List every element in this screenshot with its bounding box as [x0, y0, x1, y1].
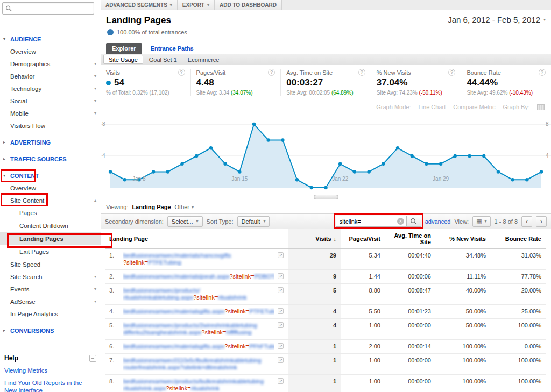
- landing-pages-table: Landing PageVisits↓Pages/VisitAvg. Time …: [105, 229, 546, 392]
- landing-page-link[interactable]: bedfusionexamwec/products/bulkrealshrink…: [123, 378, 274, 392]
- graph-by-label: Graph By:: [503, 104, 529, 110]
- compare-metric-link[interactable]: Compare Metric: [453, 104, 495, 110]
- column-header-bounce-rate[interactable]: Bounce Rate: [490, 229, 546, 249]
- open-in-new-icon[interactable]: ↗: [278, 378, 284, 384]
- sidebar-item-label: Technology: [10, 85, 94, 92]
- column-header-label: % New Visits: [449, 236, 486, 242]
- tab-explorer[interactable]: Explorer: [106, 43, 142, 54]
- toolbar-button-advanced-segments[interactable]: ADVANCED SEGMENTS▾: [101, 0, 178, 10]
- help-icon[interactable]: ?: [539, 69, 546, 76]
- sidebar-item-landing-pages[interactable]: Landing Pages: [0, 232, 101, 245]
- chart-scroll-handle[interactable]: [314, 195, 338, 199]
- toolbar-button-label: ADD TO DASHBOARD: [220, 2, 277, 8]
- sort-type-label: Sort Type:: [207, 218, 234, 225]
- avg-time-cell: 00:04:40: [385, 249, 435, 270]
- landing-page-link[interactable]: bedfusionexamwec/materials/nancovgifts?s…: [123, 252, 274, 266]
- view-selector[interactable]: ▦ ▾: [472, 216, 490, 227]
- subtab-site-usage[interactable]: Site Usage: [103, 55, 143, 64]
- graph-mode-value[interactable]: Line Chart: [418, 104, 446, 110]
- help-link-old-reports[interactable]: Find Your Old Reports in the New Interfa…: [4, 379, 88, 392]
- sidebar-item-content-drilldown[interactable]: Content Drilldown: [0, 219, 101, 232]
- open-in-new-icon[interactable]: ↗: [278, 308, 284, 314]
- sidebar-item-mobile[interactable]: Mobile▾: [0, 107, 101, 119]
- sidebar-search-input[interactable]: [15, 5, 91, 12]
- clear-filter-icon[interactable]: ×: [397, 218, 404, 225]
- blurred-url-text: bedfusionexamwec0110x5cfbulkrealshrinkab…: [123, 357, 262, 364]
- sidebar-item-site-content[interactable]: Site Content▴: [0, 194, 101, 206]
- collapse-icon[interactable]: −: [89, 355, 96, 362]
- graph-by-day-icon[interactable]: [537, 104, 545, 110]
- search-match-text: ?sitelink=: [201, 329, 226, 336]
- landing-page-link[interactable]: bedfusionexamwec/materialsgifts.aspx?sit…: [123, 343, 274, 350]
- sidebar-item-overview[interactable]: Overview: [0, 182, 101, 194]
- sidebar-section-traffic-sources[interactable]: ▸TRAFFIC SOURCES: [0, 153, 101, 165]
- help-icon[interactable]: ?: [178, 69, 185, 76]
- column-header-landing-page[interactable]: Landing Page: [105, 229, 288, 249]
- sidebar-section-content[interactable]: ▾CONTENT: [0, 169, 101, 182]
- search-match-text: ?sitelink=: [123, 259, 148, 266]
- sidebar-item-overview[interactable]: Overview: [0, 45, 101, 58]
- viewing-primary-dimension[interactable]: Landing Page: [132, 204, 171, 210]
- landing-page-link[interactable]: bedfusionexamwec/materialsijoeah.aspx?si…: [123, 273, 274, 280]
- help-icon[interactable]: ?: [358, 69, 365, 76]
- sidebar-item-social[interactable]: Social▾: [0, 95, 101, 107]
- landing-page-link[interactable]: bedfusionexamwec0110x5cfbulkrealshrinkab…: [123, 357, 274, 371]
- sidebar-section-label: ADVERTISING: [10, 139, 51, 146]
- toolbar-button-export[interactable]: EXPORT▾: [178, 0, 215, 10]
- open-in-new-icon[interactable]: ↗: [278, 322, 284, 328]
- sidebar-section-advertising[interactable]: ▸ADVERTISING: [0, 136, 101, 148]
- subtab-goal-set-1[interactable]: Goal Set 1: [144, 55, 182, 64]
- advanced-filter-link[interactable]: advanced: [425, 218, 451, 225]
- sidebar-search[interactable]: [2, 2, 94, 15]
- open-in-new-icon[interactable]: ↗: [278, 357, 284, 363]
- landing-page-link[interactable]: bedfusionexamwec/products/2wireshrinkabl…: [123, 322, 274, 336]
- next-page-button[interactable]: ›: [536, 216, 547, 227]
- svg-text:Jan 8: Jan 8: [132, 176, 146, 182]
- sidebar-item-in-page-analytics[interactable]: In-Page Analytics: [0, 308, 101, 320]
- tab-entrance-paths[interactable]: Entrance Paths: [151, 45, 194, 54]
- toolbar-button-add-to-dashboard[interactable]: ADD TO DASHBOARD: [215, 0, 282, 10]
- landing-page-link[interactable]: bedfusionexamwec/products/ritualshrinkab…: [123, 287, 274, 301]
- column-header-new-visits[interactable]: % New Visits: [435, 229, 490, 249]
- sidebar-item-label: Site Content: [10, 197, 94, 204]
- date-range-selector[interactable]: Jan 6, 2012 - Feb 5, 2012 ▾: [448, 15, 546, 24]
- sidebar-item-pages[interactable]: Pages: [0, 206, 101, 219]
- sidebar-item-exit-pages[interactable]: Exit Pages: [0, 245, 101, 258]
- column-header-visits[interactable]: Visits↓: [288, 229, 341, 249]
- visits-cell: 4: [288, 305, 341, 319]
- secondary-dimension-select[interactable]: Select... ▾: [167, 216, 203, 227]
- sidebar-item-technology[interactable]: Technology▾: [0, 82, 101, 95]
- column-header-pages-visit[interactable]: Pages/Visit: [341, 229, 385, 249]
- help-link-viewing-metrics[interactable]: Viewing Metrics: [4, 367, 88, 374]
- open-in-new-icon[interactable]: ↗: [278, 273, 284, 279]
- sidebar-item-events[interactable]: Events▾: [0, 283, 101, 295]
- sidebar-section-audience[interactable]: ▾AUDIENCE: [0, 33, 101, 45]
- landing-page-link[interactable]: bedfusionexamwec/materialsgifts.aspx?sit…: [123, 308, 274, 315]
- open-in-new-icon[interactable]: ↗: [278, 252, 284, 258]
- open-in-new-icon[interactable]: ↗: [278, 287, 284, 293]
- sidebar-item-visitors-flow[interactable]: Visitors Flow: [0, 119, 101, 132]
- entrances-summary: 100.00% of total entrances: [101, 26, 551, 35]
- sidebar-section-conversions[interactable]: ▸CONVERSIONS: [0, 324, 101, 337]
- sidebar-item-site-search[interactable]: Site Search▾: [0, 270, 101, 283]
- row-index: 6.: [105, 340, 119, 354]
- open-in-new-icon[interactable]: ↗: [278, 343, 284, 349]
- help-icon[interactable]: ?: [268, 69, 275, 76]
- help-icon[interactable]: ?: [448, 69, 455, 76]
- search-match-text: ?sitelink=: [224, 308, 249, 315]
- prev-page-button[interactable]: ‹: [521, 216, 532, 227]
- subtab-ecommerce[interactable]: Ecommerce: [183, 55, 224, 64]
- report-tabs: Explorer Entrance Paths: [101, 35, 551, 54]
- sidebar-item-adsense[interactable]: AdSense▾: [0, 295, 101, 308]
- sort-type-select[interactable]: Default ▾: [237, 216, 270, 227]
- sidebar-item-site-speed[interactable]: Site Speed: [0, 258, 101, 270]
- chevron-up-icon: ▴: [94, 198, 96, 203]
- arrow-right-icon: ▸: [3, 156, 9, 161]
- sidebar-item-demographics[interactable]: Demographics▾: [0, 58, 101, 70]
- table-search-button[interactable]: [407, 216, 421, 227]
- sidebar-item-behavior[interactable]: Behavior▾: [0, 70, 101, 82]
- viewing-other-dropdown[interactable]: Other ▾: [175, 204, 194, 210]
- main-content: ADVANCED SEGMENTS▾EXPORT▾ADD TO DASHBOAR…: [101, 0, 551, 392]
- table-filter-input[interactable]: [336, 216, 407, 227]
- column-header-avg-time-on-site[interactable]: Avg. Time on Site: [385, 229, 435, 249]
